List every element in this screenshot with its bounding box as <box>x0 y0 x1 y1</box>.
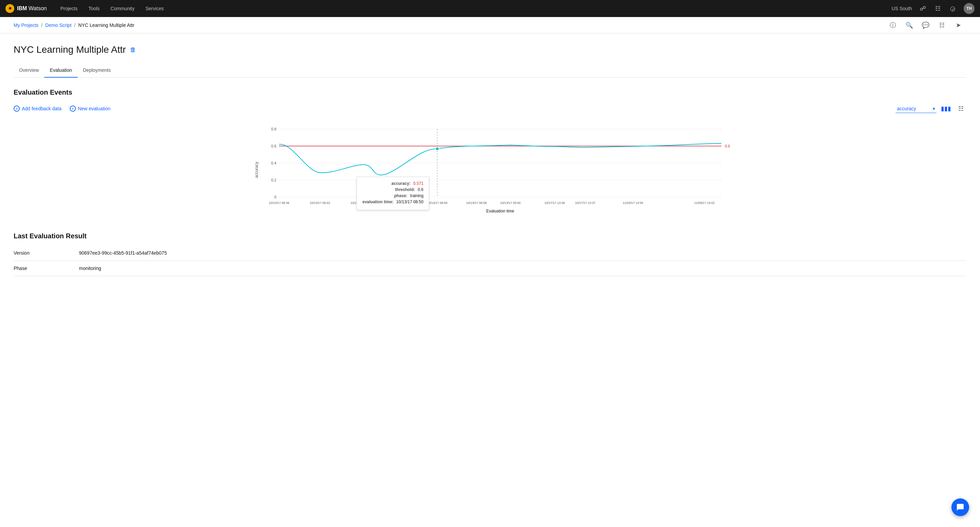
page-title: NYC Learning Multiple Attr <box>14 44 126 55</box>
nav-projects[interactable]: Projects <box>55 0 83 17</box>
avatar[interactable]: TH <box>964 3 975 14</box>
last-eval-table: Version 90697ee3-99cc-45b5-91f1-a54af74e… <box>14 245 966 276</box>
nav-right: US South ☍ ☷ ◶ TH <box>891 0 975 17</box>
breadcrumb-my-projects[interactable]: My Projects <box>14 22 38 28</box>
docs-icon[interactable]: ☍ <box>916 0 930 17</box>
logo-icon: ☀ <box>5 4 14 13</box>
threshold-value-label: 0.6 <box>725 144 730 148</box>
tabs: Overview Evaluation Deployments <box>14 63 966 78</box>
region-label: US South <box>891 6 912 11</box>
svg-text:0: 0 <box>274 195 276 199</box>
tab-evaluation[interactable]: Evaluation <box>44 63 77 78</box>
phase-label: Phase <box>14 261 68 276</box>
svg-text:Evaluation time: Evaluation time <box>486 209 514 213</box>
breadcrumb-demo-script[interactable]: Demo Script <box>45 22 72 28</box>
compass-icon[interactable]: ➤ <box>950 17 966 33</box>
phase-value: monitoring <box>68 261 966 276</box>
svg-text:10/13/17 08:50: 10/13/17 08:50 <box>427 201 447 205</box>
breadcrumb-sep-1: / <box>41 22 43 28</box>
nav-links: Projects Tools Community Services <box>55 0 891 17</box>
table-view-button[interactable]: ☷ <box>956 103 966 114</box>
nav-community[interactable]: Community <box>105 0 140 17</box>
table-row: Version 90697ee3-99cc-45b5-91f1-a54af74e… <box>14 245 966 261</box>
svg-text:10/13/17 09:00: 10/13/17 09:00 <box>500 201 520 205</box>
svg-text:11/03/17 13:55: 11/03/17 13:55 <box>623 201 643 205</box>
breadcrumb-bar: My Projects / Demo Script / NYC Learning… <box>0 17 980 33</box>
svg-text:0.4: 0.4 <box>271 161 276 165</box>
tab-overview[interactable]: Overview <box>14 63 44 78</box>
top-navigation: ☀ IBM Watson Projects Tools Community Se… <box>0 0 980 17</box>
bar-chart-view-button[interactable]: ▮▮▮ <box>940 103 951 114</box>
tooltip-dot <box>436 147 439 150</box>
layout-icon[interactable]: ☷ <box>934 17 950 33</box>
chat-fab-icon <box>956 503 964 511</box>
new-evaluation-icon: + <box>70 105 76 111</box>
version-value: 90697ee3-99cc-45b5-91f1-a54af74eb075 <box>68 245 966 261</box>
add-feedback-icon: + <box>14 105 20 111</box>
chat-fab-button[interactable] <box>951 498 969 516</box>
svg-text:10/13/17 08:39: 10/13/17 08:39 <box>269 201 289 205</box>
notifications-icon[interactable]: ◶ <box>946 0 959 17</box>
svg-text:10/13/17 08:58: 10/13/17 08:58 <box>466 201 487 205</box>
search-icon[interactable]: 🔍 <box>901 17 917 33</box>
main-content: NYC Learning Multiple Attr 🗑 Overview Ev… <box>0 33 980 527</box>
breadcrumb-icons: ⓘ 🔍 💬 ☷ ➤ <box>885 17 966 33</box>
chat-icon[interactable]: 💬 <box>917 17 934 33</box>
tab-deployments[interactable]: Deployments <box>78 63 116 78</box>
evaluation-chart: accuracy 0.8 0.6 0.4 0.2 0 0.6 <box>14 122 966 218</box>
table-row: Phase monitoring <box>14 261 966 276</box>
svg-text:11/09/17 13:02: 11/09/17 13:02 <box>694 201 714 205</box>
info-icon[interactable]: ⓘ <box>885 17 901 33</box>
svg-text:0.2: 0.2 <box>271 178 276 182</box>
chart-container: accuracy 0.8 0.6 0.4 0.2 0 0.6 <box>14 122 966 218</box>
last-eval-title: Last Evaluation Result <box>14 232 966 240</box>
evaluation-events-title: Evaluation Events <box>14 89 966 96</box>
new-evaluation-label: New evaluation <box>78 106 111 111</box>
breadcrumb-sep-2: / <box>74 22 76 28</box>
svg-text:0.8: 0.8 <box>271 127 276 131</box>
metric-select[interactable]: accuracy <box>896 105 937 113</box>
svg-text:10/17/17 13:37: 10/17/17 13:37 <box>575 201 595 205</box>
chart-controls: accuracy ▮▮▮ ☷ <box>896 103 966 114</box>
svg-text:10/13/17 08:44: 10/13/17 08:44 <box>350 201 371 205</box>
nav-tools[interactable]: Tools <box>83 0 105 17</box>
grid-icon[interactable]: ☷ <box>931 0 945 17</box>
metric-select-wrapper[interactable]: accuracy <box>896 105 937 113</box>
logo-text: IBM Watson <box>17 5 47 11</box>
accuracy-curve <box>279 143 721 175</box>
page-title-row: NYC Learning Multiple Attr 🗑 <box>14 44 966 55</box>
add-feedback-label: Add feedback data <box>22 106 62 111</box>
delete-icon[interactable]: 🗑 <box>130 46 136 53</box>
new-evaluation-button[interactable]: + New evaluation <box>70 105 111 111</box>
last-eval-section: Last Evaluation Result Version 90697ee3-… <box>14 232 966 276</box>
svg-text:10/13/17 08:48: 10/13/17 08:48 <box>391 201 412 205</box>
nav-services[interactable]: Services <box>140 0 169 17</box>
add-feedback-button[interactable]: + Add feedback data <box>14 105 62 111</box>
svg-text:10/17/17 13:36: 10/17/17 13:36 <box>544 201 565 205</box>
actions-row: + Add feedback data + New evaluation acc… <box>14 103 966 114</box>
logo[interactable]: ☀ IBM Watson <box>5 4 47 13</box>
svg-text:0.6: 0.6 <box>271 144 276 148</box>
version-label: Version <box>14 245 68 261</box>
breadcrumb-current: NYC Learning Multiple Attr <box>78 22 134 28</box>
y-axis-label: accuracy <box>254 162 259 178</box>
svg-text:10/13/17 08:43: 10/13/17 08:43 <box>310 201 330 205</box>
